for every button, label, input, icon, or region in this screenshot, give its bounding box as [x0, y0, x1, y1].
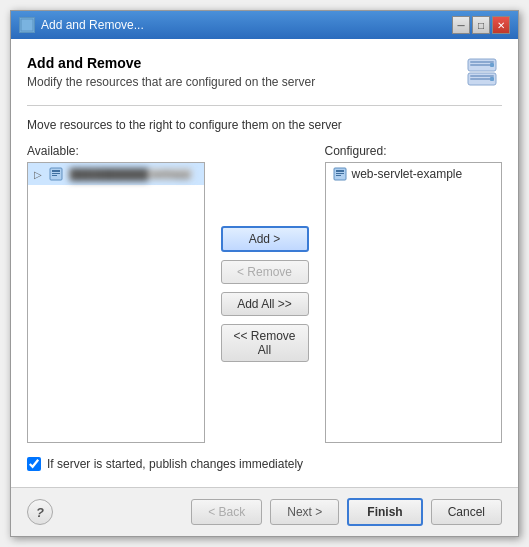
expand-arrow-icon: ▷	[34, 169, 42, 180]
svg-rect-3	[23, 29, 28, 30]
minimize-button[interactable]: ─	[452, 16, 470, 34]
title-buttons: ─ □ ✕	[452, 16, 510, 34]
svg-rect-19	[336, 175, 341, 176]
svg-rect-5	[470, 61, 494, 63]
server-icon	[462, 55, 502, 95]
maximize-button[interactable]: □	[472, 16, 490, 34]
main-content: Add and Remove Modify the resources that…	[11, 39, 518, 487]
middle-buttons: Add > < Remove Add All >> << Remove All	[215, 144, 315, 443]
svg-rect-18	[336, 173, 344, 174]
main-window: Add and Remove... ─ □ ✕ Add and Remove M…	[10, 10, 519, 537]
add-button[interactable]: Add >	[221, 226, 309, 252]
list-item[interactable]: web-servlet-example	[326, 163, 502, 185]
configured-list[interactable]: web-servlet-example	[325, 162, 503, 443]
available-panel: Available: ▷ ██████████-webapp	[27, 144, 205, 443]
page-title: Add and Remove	[27, 55, 315, 71]
finish-button[interactable]: Finish	[347, 498, 422, 526]
next-button[interactable]: Next >	[270, 499, 339, 525]
window-title: Add and Remove...	[41, 18, 144, 32]
page-header-text: Add and Remove Modify the resources that…	[27, 55, 315, 89]
window-icon	[19, 17, 35, 33]
cancel-button[interactable]: Cancel	[431, 499, 502, 525]
page-header: Add and Remove Modify the resources that…	[27, 55, 502, 95]
back-button[interactable]: < Back	[191, 499, 262, 525]
available-label: Available:	[27, 144, 205, 158]
configured-panel: Configured: web-servlet-example	[325, 144, 503, 443]
checkbox-area: If server is started, publish changes im…	[27, 457, 502, 471]
bottom-bar: ? < Back Next > Finish Cancel	[11, 487, 518, 536]
svg-rect-14	[52, 173, 60, 174]
title-bar: Add and Remove... ─ □ ✕	[11, 11, 518, 39]
instruction-text: Move resources to the right to configure…	[27, 118, 502, 132]
remove-all-button[interactable]: << Remove All	[221, 324, 309, 362]
transfer-area: Available: ▷ ██████████-webapp	[27, 144, 502, 443]
list-item[interactable]: ▷ ██████████-webapp	[28, 163, 204, 185]
close-button[interactable]: ✕	[492, 16, 510, 34]
svg-rect-11	[490, 77, 494, 81]
servlet-icon	[332, 166, 348, 182]
publish-label[interactable]: If server is started, publish changes im…	[47, 457, 303, 471]
available-list[interactable]: ▷ ██████████-webapp	[27, 162, 205, 443]
page-subtitle: Modify the resources that are configured…	[27, 75, 315, 89]
publish-checkbox[interactable]	[27, 457, 41, 471]
add-all-button[interactable]: Add All >>	[221, 292, 309, 316]
svg-rect-2	[23, 25, 31, 27]
svg-rect-7	[490, 63, 494, 67]
svg-rect-1	[23, 21, 31, 23]
svg-rect-15	[52, 175, 57, 176]
title-bar-left: Add and Remove...	[19, 17, 144, 33]
svg-rect-17	[336, 170, 344, 172]
configured-label: Configured:	[325, 144, 503, 158]
configured-item-text: web-servlet-example	[352, 167, 463, 181]
remove-button[interactable]: < Remove	[221, 260, 309, 284]
header-divider	[27, 105, 502, 106]
available-item-text: ██████████-webapp	[68, 168, 192, 180]
svg-rect-13	[52, 170, 60, 172]
help-button[interactable]: ?	[27, 499, 53, 525]
svg-rect-9	[470, 75, 494, 77]
webapp-icon	[48, 166, 64, 182]
